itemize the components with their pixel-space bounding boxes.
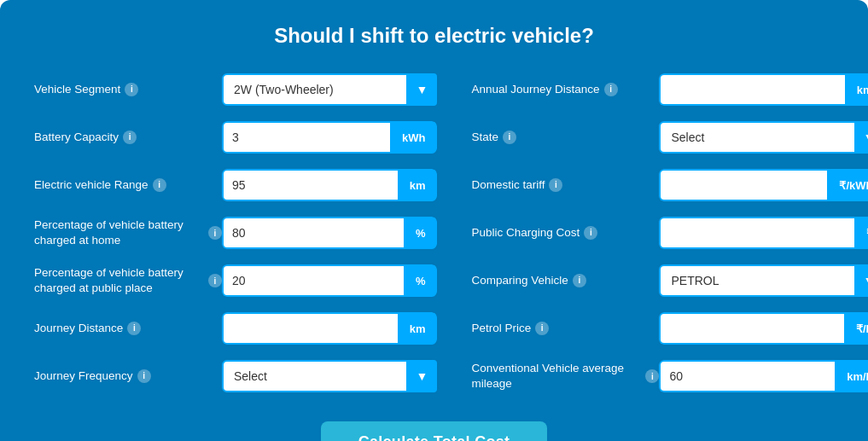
annual-journey-label: Annual Journey Distance — [471, 82, 599, 97]
annual-journey-input-group: km — [659, 73, 868, 106]
journey-distance-unit: km — [398, 312, 438, 345]
petrol-price-info-icon[interactable]: i — [535, 322, 549, 335]
conventional-mileage-label: Conventional Vehicle average mileage — [471, 361, 641, 391]
domestic-tariff-info-icon[interactable]: i — [549, 178, 562, 192]
domestic-tariff-input-group: ₹/kWh — [659, 169, 868, 201]
vehicle-segment-select[interactable]: 2W (Two-Wheeler) 3W 4W Bus — [222, 73, 437, 106]
petrol-price-input[interactable] — [659, 312, 844, 345]
journey-frequency-row: Journey Frequency i Select Daily Weekly … — [34, 358, 437, 394]
journey-distance-info-icon[interactable]: i — [127, 322, 141, 335]
public-charging-info-icon[interactable]: i — [584, 226, 597, 240]
journey-distance-input-group: km — [222, 312, 437, 345]
battery-capacity-info-icon[interactable]: i — [123, 131, 137, 144]
journey-frequency-select-group: Select Daily Weekly Monthly ▼ — [222, 360, 437, 392]
ev-range-info-icon[interactable]: i — [153, 178, 166, 192]
petrol-price-unit: ₹/L — [844, 312, 868, 345]
battery-capacity-label: Battery Capacity — [34, 130, 119, 145]
journey-distance-input[interactable] — [222, 312, 398, 345]
conventional-mileage-unit: km/L — [835, 360, 868, 392]
state-select[interactable]: Select Andhra Pradesh Maharashtra Delhi … — [659, 121, 868, 154]
comparing-vehicle-info-icon[interactable]: i — [573, 274, 586, 287]
state-info-icon[interactable]: i — [503, 131, 516, 144]
pct-home-label: Percentage of vehicle battery charged at… — [34, 218, 204, 247]
calculate-button[interactable]: Calculate Total Cost — [321, 421, 548, 441]
domestic-tariff-unit: ₹/kWh — [827, 169, 868, 201]
domestic-tariff-label: Domestic tariff — [471, 177, 545, 193]
domestic-tariff-input[interactable] — [659, 169, 827, 201]
public-charging-unit: ₹ — [854, 217, 868, 249]
conventional-mileage-info-icon[interactable]: i — [645, 369, 659, 383]
pct-public-input-group: % — [222, 264, 437, 297]
battery-capacity-input[interactable] — [222, 121, 390, 154]
form-grid: Vehicle Segment i 2W (Two-Wheeler) 3W 4W… — [34, 72, 834, 406]
petrol-price-label: Petrol Price — [471, 321, 531, 336]
state-label: State — [471, 130, 498, 145]
pct-home-input[interactable] — [222, 217, 404, 249]
annual-journey-unit: km — [845, 73, 868, 106]
vehicle-segment-select-group: 2W (Two-Wheeler) 3W 4W Bus ▼ — [222, 73, 437, 106]
conventional-mileage-input-group: km/L — [659, 360, 868, 392]
annual-journey-input[interactable] — [659, 73, 844, 106]
ev-range-input[interactable] — [222, 169, 398, 201]
ev-range-row: Electric vehicle Range i km — [34, 167, 437, 203]
pct-home-info-icon[interactable]: i — [208, 226, 222, 240]
petrol-price-row: Petrol Price i ₹/L — [471, 310, 868, 346]
pct-home-input-group: % — [222, 217, 437, 249]
pct-home-unit: % — [404, 217, 438, 249]
battery-capacity-input-group: kWh — [222, 121, 437, 154]
journey-distance-row: Journey Distance i km — [34, 310, 437, 346]
comparing-vehicle-select[interactable]: PETROL DIESEL CNG — [659, 264, 868, 297]
journey-frequency-info-icon[interactable]: i — [137, 369, 151, 383]
journey-distance-label: Journey Distance — [34, 321, 123, 336]
page-title: Should I shift to electric vehicle? — [34, 24, 834, 48]
pct-home-row: Percentage of vehicle battery charged at… — [34, 215, 437, 251]
pct-public-row: Percentage of vehicle battery charged at… — [34, 263, 437, 299]
conventional-mileage-input[interactable] — [659, 360, 835, 392]
comparing-vehicle-row: Comparing Vehicle i PETROL DIESEL CNG ▼ — [471, 263, 868, 299]
state-row: State i Select Andhra Pradesh Maharashtr… — [471, 119, 868, 155]
public-charging-row: Public Charging Cost i ₹ — [471, 215, 868, 251]
pct-public-label: Percentage of vehicle battery charged at… — [34, 265, 204, 295]
petrol-price-input-group: ₹/L — [659, 312, 868, 345]
ev-range-label: Electric vehicle Range — [34, 177, 149, 193]
calculate-btn-row: Calculate Total Cost — [34, 421, 834, 441]
comparing-vehicle-label: Comparing Vehicle — [471, 273, 568, 288]
pct-public-input[interactable] — [222, 264, 404, 297]
public-charging-input[interactable] — [659, 217, 853, 249]
public-charging-input-group: ₹ — [659, 217, 868, 249]
journey-frequency-select[interactable]: Select Daily Weekly Monthly — [222, 360, 437, 392]
pct-public-unit: % — [404, 264, 438, 297]
battery-capacity-row: Battery Capacity i kWh — [34, 119, 437, 155]
left-column: Vehicle Segment i 2W (Two-Wheeler) 3W 4W… — [34, 72, 437, 406]
right-column: Annual Journey Distance i km State i Sel… — [471, 72, 868, 406]
state-select-group: Select Andhra Pradesh Maharashtra Delhi … — [659, 121, 868, 154]
vehicle-segment-info-icon[interactable]: i — [125, 83, 138, 96]
conventional-mileage-row: Conventional Vehicle average mileage i k… — [471, 358, 868, 394]
annual-journey-row: Annual Journey Distance i km — [471, 72, 868, 107]
domestic-tariff-row: Domestic tariff i ₹/kWh — [471, 167, 868, 203]
ev-range-input-group: km — [222, 169, 437, 201]
public-charging-label: Public Charging Cost — [471, 225, 580, 241]
battery-capacity-unit: kWh — [390, 121, 437, 154]
comparing-vehicle-select-group: PETROL DIESEL CNG ▼ — [659, 264, 868, 297]
vehicle-segment-label: Vehicle Segment — [34, 82, 120, 97]
annual-journey-info-icon[interactable]: i — [604, 83, 618, 96]
ev-range-unit: km — [398, 169, 438, 201]
journey-frequency-label: Journey Frequency — [34, 368, 133, 384]
vehicle-segment-row: Vehicle Segment i 2W (Two-Wheeler) 3W 4W… — [34, 72, 437, 107]
pct-public-info-icon[interactable]: i — [208, 274, 222, 287]
main-card: Should I shift to electric vehicle? Vehi… — [0, 0, 868, 441]
